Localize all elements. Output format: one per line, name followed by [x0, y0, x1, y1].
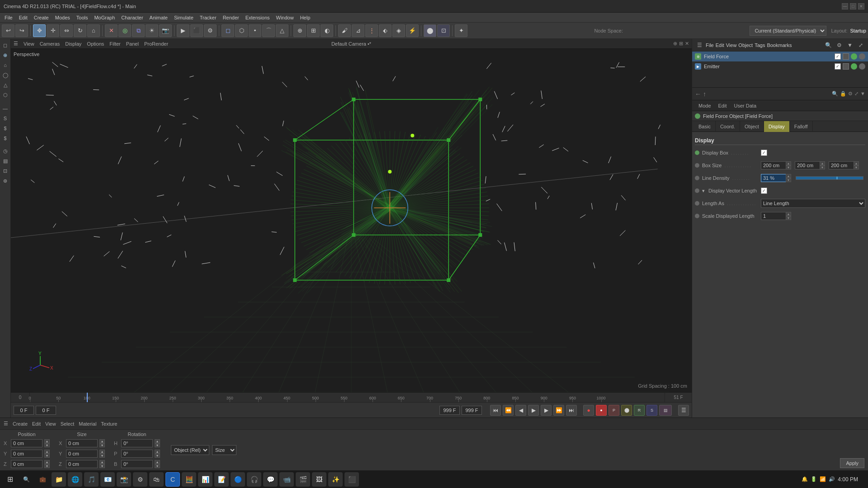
record-all-button[interactable]: ▤ [659, 405, 672, 416]
size-x-input[interactable] [66, 439, 98, 447]
subtab-object[interactable]: Object [740, 121, 764, 132]
menu-render[interactable]: Render [220, 14, 242, 21]
display-box-checkbox[interactable]: ✓ [761, 150, 767, 156]
props-settings-icon[interactable]: ⚙ [848, 91, 853, 97]
box-size-z-field[interactable] [829, 161, 854, 169]
render-to-po-button[interactable]: ⬛ [190, 24, 203, 37]
left-tool-1[interactable]: ◻ [1, 41, 10, 50]
node-space-selector[interactable]: Current (Standard/Physical) [750, 26, 826, 36]
menu-character[interactable]: Character [118, 14, 146, 21]
rotation-p-input[interactable] [121, 450, 153, 458]
rotation-b-down[interactable]: ▼ [155, 464, 160, 468]
deform-button[interactable]: ⧉ [132, 24, 145, 37]
live-select-button[interactable]: ✥ [33, 24, 46, 37]
timeline-ruler[interactable]: 0501001502002503003504004505005506006507… [30, 393, 665, 402]
taskbar-app-edge[interactable]: 🌐 [68, 472, 82, 487]
rotate-button[interactable]: ↻ [74, 24, 86, 37]
bottom-hamburger[interactable]: ☰ [4, 421, 8, 427]
prev-frame-button[interactable]: ⏪ [503, 405, 514, 416]
left-tool-2[interactable]: ⊕ [1, 51, 10, 60]
texture-mode[interactable]: ⬡ [235, 24, 248, 37]
props-mode-userdata[interactable]: User Data [731, 100, 760, 111]
taskbar-app-calc[interactable]: 🧮 [182, 472, 196, 487]
record-button[interactable]: ● [583, 405, 594, 416]
bottom-create[interactable]: Create [13, 421, 28, 427]
props-collapse-icon[interactable]: ▼ [860, 91, 865, 97]
taskbar-app-premiere[interactable]: 🎬 [296, 472, 310, 487]
rp-settings-icon[interactable]: ⚙ [835, 41, 844, 50]
rp-detach-icon[interactable]: ⤢ [856, 41, 865, 50]
rp-tab-object[interactable]: Object [738, 42, 753, 48]
box-size-y-field[interactable] [795, 161, 820, 169]
props-up-button[interactable]: ↑ [703, 90, 706, 98]
left-tool-6[interactable]: ⬡ [1, 90, 10, 99]
vp-menu-view[interactable]: View [24, 41, 34, 47]
taskbar-app-ps[interactable]: 🖼 [312, 472, 326, 487]
rp-search-icon[interactable]: 🔍 [824, 41, 833, 50]
rp-tab-file[interactable]: File [706, 42, 714, 48]
render-active-button[interactable]: ▶ [177, 24, 189, 37]
position-y-input[interactable] [11, 450, 42, 458]
rp-tab-view[interactable]: View [726, 42, 737, 48]
subtab-display[interactable]: Display [764, 121, 790, 132]
taskbar-app-store[interactable]: 🛍 [149, 472, 164, 487]
position-x-down[interactable]: ▼ [44, 443, 50, 447]
bottom-material[interactable]: Material [79, 421, 96, 427]
bottom-edit[interactable]: Edit [32, 421, 41, 427]
menu-mograph[interactable]: MoGraph [91, 14, 118, 21]
vp-menu-filter[interactable]: Filter [109, 41, 120, 47]
minimize-button[interactable]: — [842, 3, 848, 9]
position-y-up[interactable]: ▲ [44, 450, 50, 454]
face-mode[interactable]: △ [276, 24, 288, 37]
menu-animate[interactable]: Animate [147, 14, 170, 21]
size-z-down[interactable]: ▼ [99, 464, 105, 468]
transform-button[interactable]: ⌂ [87, 24, 100, 37]
current-frame-input[interactable] [36, 406, 56, 415]
position-y-down[interactable]: ▼ [44, 454, 50, 458]
rp-collapse-icon[interactable]: ▼ [845, 41, 854, 50]
bottom-select[interactable]: Select [61, 421, 75, 427]
go-end-button[interactable]: ⏭ [566, 405, 577, 416]
light-tool[interactable]: ✦ [455, 24, 467, 37]
line-density-down[interactable]: ▼ [786, 178, 791, 182]
apply-button[interactable]: Apply [840, 458, 864, 468]
tray-notif-icon[interactable]: 🔔 [802, 476, 808, 482]
left-tool-9[interactable]: $ [1, 124, 10, 133]
dynamics-button[interactable]: ⚡ [406, 24, 419, 37]
left-tool-4[interactable]: ◯ [1, 70, 10, 80]
emitter-vis2[interactable] [843, 63, 849, 70]
subtab-basic[interactable]: Basic [694, 121, 716, 132]
taskbar-app-explorer[interactable]: 📁 [52, 472, 66, 487]
left-tool-11[interactable]: ◷ [1, 146, 10, 155]
record-scale-button[interactable]: S [646, 405, 657, 416]
mograph-geo[interactable]: ⊡ [437, 24, 450, 37]
rp-hamburger-icon[interactable]: ☰ [695, 41, 704, 50]
size-y-up[interactable]: ▲ [99, 450, 105, 454]
cloth-button[interactable]: ⬖ [379, 24, 392, 37]
line-density-up[interactable]: ▲ [786, 174, 791, 178]
rotation-b-input[interactable] [121, 460, 153, 468]
menu-simulate[interactable]: Simulate [171, 14, 196, 21]
rotation-h-down[interactable]: ▼ [155, 443, 160, 447]
size-y-down[interactable]: ▼ [99, 454, 105, 458]
record-pos-button[interactable]: P [609, 405, 619, 416]
box-size-y-up[interactable]: ▲ [820, 161, 825, 165]
taskbar-app-ae[interactable]: ✨ [328, 472, 343, 487]
field-force-vis1[interactable]: ✓ [835, 53, 841, 60]
taskbar-app-chrome[interactable]: 🔵 [231, 472, 245, 487]
rp-tab-bookmarks[interactable]: Bookmarks [767, 42, 792, 48]
maximize-button[interactable]: □ [850, 3, 856, 9]
menu-edit[interactable]: Edit [16, 14, 30, 21]
menu-tools[interactable]: Tools [74, 14, 91, 21]
subtab-falloff[interactable]: Falloff [790, 121, 813, 132]
next-frame-button[interactable]: ⏩ [553, 405, 564, 416]
rotation-h-up[interactable]: ▲ [155, 439, 160, 443]
vp-menu-cameras[interactable]: Cameras [40, 41, 60, 47]
vp-menu-panel[interactable]: Panel [126, 41, 139, 47]
vp-menu-toggle[interactable]: ☰ [14, 41, 18, 47]
viewport[interactable]: ☰ View Cameras Display Options Filter Pa… [11, 39, 692, 392]
box-size-y-down[interactable]: ▼ [820, 165, 825, 169]
prev-step-button[interactable]: ◀ [515, 405, 526, 416]
position-x-input[interactable] [11, 439, 42, 447]
play-button[interactable]: ▶ [528, 405, 539, 416]
